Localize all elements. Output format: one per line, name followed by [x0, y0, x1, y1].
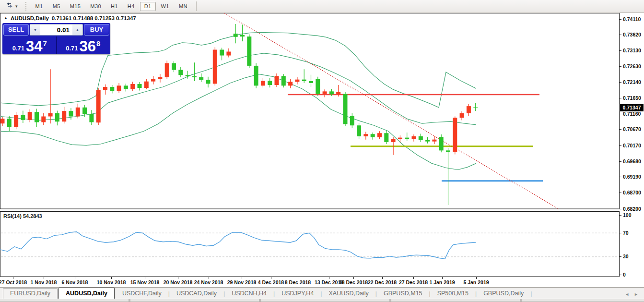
- candle: [226, 48, 231, 58]
- buy-price-display[interactable]: 0.71 36 8: [57, 36, 110, 54]
- candle: [350, 113, 354, 128]
- candle: [7, 116, 12, 131]
- time-tick: [413, 277, 414, 279]
- candle: [432, 136, 436, 144]
- chart-tab-eurusd[interactable]: EURUSD,Daily: [3, 288, 58, 299]
- rsi-label: RSI(14) 54.2843: [3, 213, 42, 219]
- price-axis-label: 0.68700: [623, 190, 641, 195]
- price-tick: [620, 35, 621, 35]
- candle: [398, 135, 402, 143]
- rsi-tick: [620, 275, 621, 275]
- buy-price-point: 8: [96, 40, 100, 47]
- sell-button[interactable]: SELL: [3, 24, 29, 36]
- time-axis-label: 27 Dec 2018: [399, 279, 428, 285]
- candle: [295, 77, 299, 85]
- rsi-plot-border: [0, 212, 620, 277]
- candle: [254, 63, 258, 88]
- time-tick: [382, 277, 383, 279]
- time-axis-label: 10 Nov 2018: [97, 279, 126, 285]
- rsi-axis[interactable]: 10070300: [620, 211, 644, 277]
- price-axis[interactable]: 0.741100.736200.731300.726300.721400.716…: [620, 13, 644, 210]
- timeframe-button-mn[interactable]: MN: [175, 2, 192, 11]
- dropdown-caret-icon[interactable]: ▾: [15, 4, 18, 9]
- chart-tab-gbpusd[interactable]: GBPUSD,Daily: [477, 289, 530, 299]
- timeframe-button-m5[interactable]: M5: [48, 2, 65, 11]
- chart-tab-gbpusd[interactable]: GBPUSD,M15: [377, 289, 429, 299]
- volume-input[interactable]: [40, 24, 72, 35]
- volume-increase-button[interactable]: ▲: [72, 24, 82, 35]
- toolbar-grip: [25, 2, 27, 11]
- sell-price-point: 7: [43, 40, 47, 47]
- candle: [309, 75, 313, 87]
- time-axis[interactable]: 27 Oct 20181 Nov 20186 Nov 201810 Nov 20…: [0, 277, 644, 287]
- candle: [69, 108, 73, 120]
- descending-trendline[interactable]: [224, 13, 559, 209]
- candle: [103, 85, 107, 95]
- chart-title: ▲ AUDUSD,Daily 0.71361 0.71488 0.71253 0…: [4, 15, 136, 21]
- candle: [220, 48, 224, 60]
- rsi-canvas[interactable]: [0, 211, 620, 277]
- candle: [412, 134, 416, 142]
- tab-scroll-left-icon[interactable]: ◄: [625, 292, 629, 297]
- sell-price-display[interactable]: 0.71 34 7: [3, 36, 57, 54]
- chart-tab-usdcnh[interactable]: USDCNH,H4: [225, 289, 273, 299]
- buy-price-prefix: 0.71: [66, 44, 78, 53]
- timeframe-button-m1[interactable]: M1: [31, 2, 47, 11]
- timeframe-button-h1[interactable]: H1: [106, 2, 122, 11]
- price-tick: [620, 114, 621, 114]
- time-axis-label: 20 Nov 2018: [164, 279, 193, 285]
- timeframe-button-m15[interactable]: M15: [66, 2, 85, 11]
- rsi-tick: [620, 215, 621, 216]
- timeframe-button-h4[interactable]: H4: [123, 2, 139, 11]
- price-axis-label: 0.73620: [623, 32, 641, 37]
- candle: [439, 134, 444, 152]
- price-axis-label: 0.70670: [623, 126, 641, 132]
- candle: [316, 77, 320, 96]
- bottom-strip: [0, 299, 644, 302]
- chart-tab-usdchf[interactable]: USDCHF,Daily: [116, 289, 168, 299]
- time-tick: [353, 277, 354, 279]
- collapse-panel-icon[interactable]: ▲: [4, 16, 8, 20]
- time-axis-label: 5 Jan 2019: [463, 279, 489, 285]
- tab-separator: |: [530, 289, 532, 299]
- price-axis-label: 0.73130: [623, 48, 641, 53]
- candle: [178, 67, 183, 77]
- time-tick: [145, 277, 145, 279]
- current-price-badge: 0.71347: [620, 104, 644, 111]
- price-axis-label: 0.71160: [623, 111, 641, 117]
- tab-scroll-right-icon[interactable]: ►: [634, 292, 638, 297]
- price-axis-label: 0.74110: [623, 16, 641, 22]
- price-tick: [620, 129, 621, 130]
- time-axis-label: 18 Dec 2018: [339, 279, 368, 285]
- candle: [419, 134, 423, 142]
- chart-tab-usdjpy[interactable]: USDJPY,H4: [275, 289, 320, 299]
- buy-button[interactable]: BUY: [84, 24, 109, 36]
- candle: [138, 82, 142, 90]
- volume-decrease-button[interactable]: ▼: [30, 24, 40, 35]
- candle: [158, 74, 162, 82]
- chart-tab-xauusd[interactable]: XAUUSD,Daily: [322, 289, 375, 299]
- time-axis-label: 8 Dec 2018: [285, 279, 311, 285]
- main-chart-panel: ▲ AUDUSD,Daily 0.71361 0.71488 0.71253 0…: [0, 13, 644, 210]
- timeframe-button-d1[interactable]: D1: [140, 2, 156, 11]
- candle: [96, 88, 101, 125]
- candle: [48, 69, 53, 123]
- candle: [357, 123, 361, 139]
- time-axis-label: 1 Jan 2019: [429, 279, 455, 285]
- rsi-tick: [620, 233, 621, 233]
- candle: [302, 69, 306, 83]
- time-tick: [178, 277, 178, 279]
- time-tick: [209, 277, 209, 279]
- chart-tab-usdcad[interactable]: USDCAD,Daily: [170, 289, 223, 299]
- timeframe-button-m30[interactable]: M30: [86, 2, 105, 11]
- charts-shift-button[interactable]: ▾: [3, 1, 21, 12]
- candle: [460, 111, 464, 121]
- candle: [446, 148, 450, 205]
- time-tick: [442, 277, 443, 279]
- candle: [192, 62, 197, 81]
- timeframe-button-w1[interactable]: W1: [157, 2, 174, 11]
- chart-tab-audusd[interactable]: AUDUSD,Daily: [59, 288, 115, 299]
- candle: [41, 113, 46, 125]
- chart-tab-sp500[interactable]: SP500,M15: [431, 289, 475, 299]
- price-axis-label: 0.68200: [623, 206, 641, 212]
